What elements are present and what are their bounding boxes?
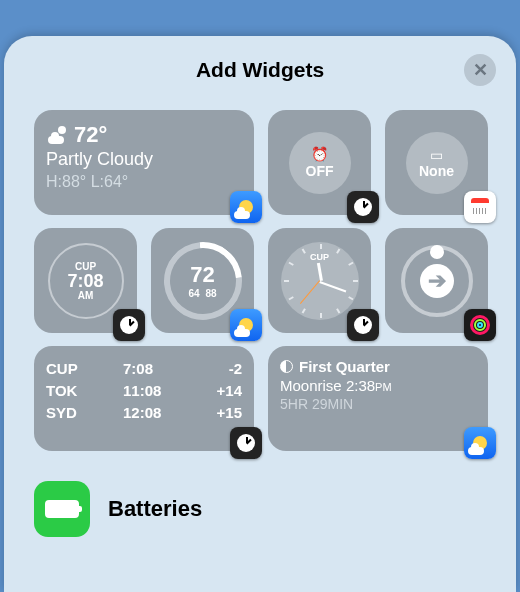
widget-moon[interactable]: First Quarter Moonrise 2:38PM 5HR 29MIN [268, 346, 488, 451]
clock-app-badge [347, 191, 379, 223]
moon-event-ampm: PM [375, 381, 392, 393]
wc-offset: -2 [208, 358, 242, 380]
clock-app-badge [347, 309, 379, 341]
widget-alarm[interactable]: ⏰ OFF [268, 110, 371, 215]
widget-calendar[interactable]: ▭ None [385, 110, 488, 215]
gauge-temp: 72 [190, 262, 214, 288]
weather-app-badge [464, 427, 496, 459]
temp-gauge: 72 64 88 [164, 242, 242, 320]
clock-app-badge [113, 309, 145, 341]
battery-icon [45, 500, 79, 518]
moon-event-label: Moonrise [280, 377, 342, 394]
widgets-grid: 72° Partly Cloudy H:88° L:64° ⏰ OFF ▭ No… [4, 110, 516, 451]
wc-offset: +14 [208, 380, 242, 402]
gauge-hl: 64 88 [188, 288, 216, 299]
moon-event-row: Moonrise 2:38PM [280, 377, 476, 394]
clock-city: CUP [75, 261, 96, 272]
activity-dot-icon [430, 245, 444, 259]
analog-clock: CUP [281, 242, 359, 320]
moon-phase-row: First Quarter [280, 358, 476, 375]
wc-offset: +15 [208, 402, 242, 424]
moon-event-time: 2:38 [346, 377, 375, 394]
wc-time: 12:08 [123, 402, 179, 424]
world-clock-row: SYD 12:08 +15 [46, 402, 242, 424]
batteries-app-icon [34, 481, 90, 537]
activity-app-badge [464, 309, 496, 341]
batteries-label: Batteries [108, 496, 202, 522]
clock-digital-circle: CUP 7:08 AM [48, 243, 124, 319]
activity-circle: ➔ [401, 245, 473, 317]
moon-phase-icon [280, 360, 293, 373]
calendar-circle: ▭ None [406, 132, 468, 194]
close-button[interactable]: ✕ [464, 54, 496, 86]
calendar-label: None [419, 163, 454, 179]
moon-countdown: 5HR 29MIN [280, 396, 476, 412]
wc-city: TOK [46, 380, 94, 402]
gauge-high: 88 [206, 288, 217, 299]
clock-ampm: AM [78, 290, 94, 301]
alarm-label: OFF [306, 163, 334, 179]
sheet-header: Add Widgets ✕ [4, 58, 516, 82]
widget-weather-large[interactable]: 72° Partly Cloudy H:88° L:64° [34, 110, 254, 215]
alarm-circle: ⏰ OFF [289, 132, 351, 194]
world-clock-row: TOK 11:08 +14 [46, 380, 242, 402]
widget-temp-gauge[interactable]: 72 64 88 [151, 228, 254, 333]
world-clock-row: CUP 7:08 -2 [46, 358, 242, 380]
weather-app-badge [230, 309, 262, 341]
wc-time: 7:08 [123, 358, 179, 380]
widget-clock-analog[interactable]: CUP [268, 228, 371, 333]
section-batteries[interactable]: Batteries [4, 481, 516, 537]
widget-activity[interactable]: ➔ [385, 228, 488, 333]
analog-city: CUP [310, 252, 329, 262]
alarm-clock-icon: ⏰ [311, 146, 328, 162]
clock-time: 7:08 [67, 272, 103, 290]
moon-phase: First Quarter [299, 358, 390, 375]
clock-app-badge [230, 427, 262, 459]
add-widgets-sheet: Add Widgets ✕ 72° Partly Cloudy H:88° L:… [4, 36, 516, 592]
calendar-icon: ▭ [430, 147, 443, 163]
weather-temp-row: 72° [46, 122, 242, 148]
wc-city: CUP [46, 358, 94, 380]
widget-world-clocks[interactable]: CUP 7:08 -2 TOK 11:08 +14 SYD 12:08 +15 [34, 346, 254, 451]
gauge-low: 64 [188, 288, 199, 299]
sheet-title: Add Widgets [4, 58, 516, 82]
partly-cloudy-icon [46, 126, 68, 144]
calendar-app-badge [464, 191, 496, 223]
wc-city: SYD [46, 402, 94, 424]
weather-app-badge [230, 191, 262, 223]
widget-clock-digital[interactable]: CUP 7:08 AM [34, 228, 137, 333]
weather-hi-low: H:88° L:64° [46, 173, 242, 191]
weather-temp: 72° [74, 122, 107, 148]
arrow-right-icon: ➔ [420, 264, 454, 298]
weather-condition: Partly Cloudy [46, 149, 242, 170]
wc-time: 11:08 [123, 380, 179, 402]
